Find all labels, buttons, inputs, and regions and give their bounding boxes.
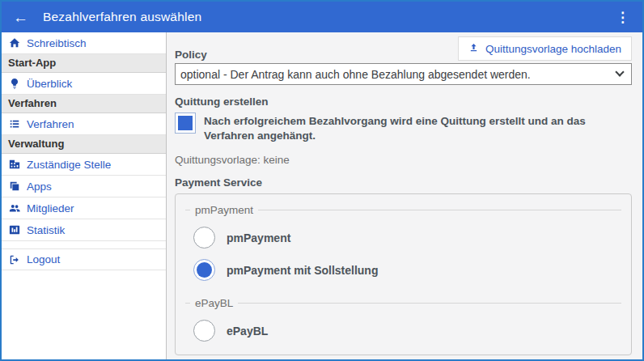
upload-icon [468,42,479,55]
payment-group-legend: ePayBL [190,297,238,309]
logout-icon [8,254,20,265]
payment-service-box: pmPayment pmPayment pmPayment mit Sollst… [175,193,632,355]
radio-option-pmpayment-sollstellung[interactable]: pmPayment mit Sollstellung [193,259,621,281]
sidebar-section-start-app: Start-App [2,54,166,73]
payment-group-pmpayment: pmPayment pmPayment pmPayment mit Sollst… [185,204,621,281]
page-title: Bezahlverfahren auswählen [43,10,201,24]
payment-group-epaybl: ePayBL ePayBL [185,297,621,342]
sidebar-section-verwaltung: Verwaltung [2,135,166,154]
building-icon [8,159,20,170]
home-icon [8,37,20,49]
sidebar-section-verfahren: Verfahren [2,95,166,113]
sidebar-item-logout[interactable]: Logout [2,248,166,270]
sidebar-item-ueberblick[interactable]: Überblick [2,73,166,95]
sidebar-item-zustaendige-stelle[interactable]: Zuständige Stelle [2,154,166,176]
sidebar-item-label: Statistik [27,224,65,236]
radio-option-label: pmPayment [227,231,290,244]
receipt-template-status: Quittungsvorlage: keine [175,154,632,166]
lightbulb-icon [8,78,20,89]
payment-group-legend: pmPayment [190,204,258,216]
sidebar-item-schreibtisch[interactable]: Schreibtisch [2,32,166,54]
payment-service-heading: Payment Service [175,176,632,189]
policy-select-wrap: optional - Der Antrag kann auch ohne Bez… [175,63,632,85]
back-icon[interactable]: ← [13,10,28,25]
sidebar-item-label: Logout [27,253,60,265]
radio-icon[interactable] [193,320,215,342]
receipt-checkbox-row: Nach erfolgreichem Bezahlvorgang wird ei… [175,113,632,143]
receipt-heading: Quittung erstellen [175,96,632,108]
app-window: ← Bezahlverfahren auswählen ⋮ Schreibtis… [0,0,644,361]
sidebar-item-mitglieder[interactable]: Mitglieder [2,197,166,219]
sidebar-item-apps[interactable]: Apps [2,176,166,197]
radio-option-epaybl[interactable]: ePayBL [193,320,621,342]
radio-selected-icon[interactable] [193,259,215,281]
upload-receipt-template-button[interactable]: Quittungsvorlage hochladen [458,36,632,61]
sidebar-item-label: Zuständige Stelle [27,159,111,171]
sidebar-item-label: Apps [27,180,52,193]
sidebar-item-label: Mitglieder [27,202,74,214]
list-icon [8,118,20,130]
policy-select[interactable]: optional - Der Antrag kann auch ohne Bez… [175,63,632,85]
stack-icon [8,180,20,192]
sidebar-item-label: Schreibtisch [27,37,87,49]
main-content: Policy Quittungsvorlage hochladen option… [167,32,642,359]
app-header: ← Bezahlverfahren auswählen ⋮ [2,2,642,32]
radio-option-label: pmPayment mit Sollstellung [227,264,378,277]
receipt-checkbox[interactable] [175,113,196,134]
sidebar-item-verfahren[interactable]: Verfahren [2,113,166,135]
policy-label: Policy [175,49,207,61]
upload-button-label: Quittungsvorlage hochladen [485,43,621,55]
sidebar: Schreibtisch Start-App Überblick Verfahr… [2,32,167,359]
sidebar-item-label: Verfahren [27,118,74,130]
receipt-checkbox-label: Nach erfolgreichem Bezahlvorgang wird ei… [204,113,632,143]
radio-option-label: ePayBL [227,325,268,338]
radio-icon[interactable] [193,227,215,248]
sidebar-item-statistik[interactable]: Statistik [2,219,166,241]
radio-option-pmpayment[interactable]: pmPayment [193,227,621,248]
sidebar-item-label: Überblick [27,78,72,90]
kebab-menu-icon[interactable]: ⋮ [614,9,631,26]
people-icon [8,202,20,214]
bar-chart-icon [8,224,20,236]
